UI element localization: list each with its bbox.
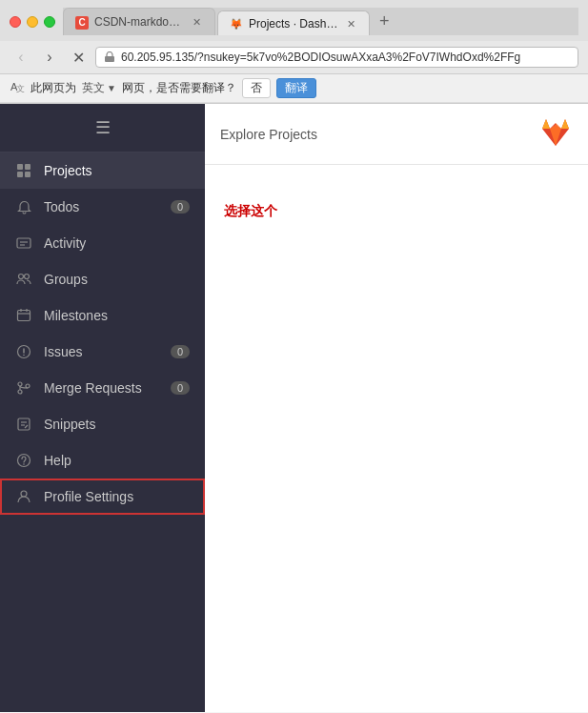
svg-point-19 (18, 382, 22, 386)
svg-point-10 (19, 275, 24, 279)
activity-icon (15, 234, 32, 252)
merge-requests-badge: 0 (171, 381, 190, 395)
language-selector[interactable]: 英文 ▼ (82, 80, 116, 96)
sidebar-item-groups[interactable]: Groups (0, 261, 205, 297)
svg-text:文: 文 (16, 84, 25, 93)
close-button[interactable] (10, 16, 21, 28)
sidebar-item-activity-label: Activity (44, 235, 190, 251)
translation-bar: A 文 此网页为 英文 ▼ 网页，是否需要翻译？ 否 翻译 (0, 74, 588, 103)
page-body: 选择这个 (205, 165, 588, 203)
sidebar-item-activity[interactable]: Activity (0, 225, 205, 261)
sidebar-item-projects[interactable]: Projects (0, 153, 205, 189)
gitlab-logo (538, 115, 573, 153)
tab-gitlab-close[interactable]: ✕ (344, 17, 357, 31)
user-icon (15, 488, 32, 505)
sidebar-item-merge-requests[interactable]: Merge Requests 0 (0, 370, 205, 406)
svg-marker-32 (561, 119, 569, 129)
top-bar: Explore Projects (205, 104, 588, 165)
lang-dropdown-arrow: ▼ (107, 83, 116, 93)
page-content: ☰ Projects (0, 104, 588, 712)
svg-rect-5 (17, 172, 23, 177)
sidebar-item-groups-label: Groups (44, 272, 190, 287)
svg-rect-0 (105, 56, 114, 62)
svg-point-11 (25, 275, 30, 279)
translate-prompt: 网页，是否需要翻译？ (122, 80, 236, 96)
sidebar-item-help[interactable]: Help (0, 442, 205, 479)
address-bar[interactable]: 60.205.95.135/?nsukey=5k7vo%2BODIOsuwAXx… (95, 47, 578, 68)
title-bar: C CSDN-markdown编辑器 ✕ 🦊 Projects · Dashbo… (0, 0, 588, 41)
milestones-icon (15, 307, 32, 324)
bell-icon (15, 198, 32, 215)
maximize-button[interactable] (44, 16, 55, 28)
security-icon (104, 51, 115, 63)
tab-gitlab-favicon: 🦊 (230, 17, 243, 31)
top-nav: Explore Projects (220, 127, 317, 142)
svg-rect-7 (17, 238, 30, 248)
issues-icon (15, 343, 32, 360)
security-label: 此网页为 (30, 80, 76, 96)
sidebar-item-profile-settings[interactable]: Profile Settings (0, 479, 205, 515)
sidebar-item-todos-label: Todos (44, 199, 159, 214)
hamburger-menu-icon[interactable]: ☰ (95, 117, 111, 138)
sidebar-item-milestones-label: Milestones (44, 308, 190, 323)
sidebar-item-todos[interactable]: Todos 0 (0, 189, 205, 225)
sidebar-header: ☰ (0, 104, 205, 153)
back-button[interactable]: ‹ (10, 46, 32, 69)
annotation-text: 选择这个 (224, 203, 277, 220)
address-text: 60.205.95.135/?nsukey=5k7vo%2BODIOsuwAXx… (121, 51, 570, 64)
snippets-icon (15, 416, 32, 433)
sidebar: ☰ Projects (0, 104, 205, 712)
traffic-lights (10, 16, 55, 28)
sidebar-item-issues-label: Issues (44, 344, 159, 359)
groups-icon (15, 271, 32, 288)
issues-badge: 0 (171, 345, 190, 358)
sidebar-item-snippets-label: Snippets (44, 417, 190, 432)
tab-gitlab[interactable]: 🦊 Projects · Dashboard · Giti... ✕ (217, 10, 370, 35)
tab-gitlab-label: Projects · Dashboard · Giti... (249, 17, 338, 31)
new-tab-button[interactable]: + (372, 8, 397, 35)
svg-rect-6 (25, 172, 30, 177)
main-content: Explore Projects 选择这个 (205, 104, 588, 712)
sidebar-item-merge-requests-label: Merge Requests (44, 380, 159, 396)
translate-icon: A 文 (10, 79, 25, 97)
tab-csdn-favicon: C (75, 16, 89, 30)
help-icon (15, 452, 32, 469)
svg-rect-23 (18, 418, 30, 430)
sidebar-menu: Projects Todos 0 (0, 153, 205, 712)
sidebar-item-projects-label: Projects (44, 163, 190, 178)
svg-rect-12 (18, 311, 30, 321)
no-translate-button[interactable]: 否 (242, 78, 271, 98)
merge-icon (15, 379, 32, 397)
reload-close-button[interactable]: ✕ (67, 46, 90, 69)
sidebar-item-profile-settings-label: Profile Settings (44, 489, 190, 504)
browser-chrome: C CSDN-markdown编辑器 ✕ 🦊 Projects · Dashbo… (0, 0, 588, 104)
sidebar-item-issues[interactable]: Issues 0 (0, 334, 205, 370)
svg-rect-3 (17, 164, 23, 170)
todos-badge: 0 (171, 200, 190, 214)
sidebar-item-milestones[interactable]: Milestones (0, 297, 205, 334)
tabs-bar: C CSDN-markdown编辑器 ✕ 🦊 Projects · Dashbo… (63, 8, 578, 35)
navigation-bar: ‹ › ✕ 60.205.95.135/?nsukey=5k7vo%2BODIO… (0, 41, 588, 74)
svg-point-18 (23, 355, 25, 356)
projects-icon (15, 162, 32, 179)
svg-rect-4 (25, 164, 30, 170)
tab-csdn-label: CSDN-markdown编辑器 (94, 14, 184, 31)
sidebar-item-help-label: Help (44, 453, 190, 468)
svg-marker-31 (542, 119, 550, 129)
yes-translate-button[interactable]: 翻译 (276, 78, 316, 98)
lang-text: 英文 (82, 80, 105, 96)
svg-point-20 (18, 390, 22, 394)
explore-projects-link[interactable]: Explore Projects (220, 127, 317, 142)
tab-csdn[interactable]: C CSDN-markdown编辑器 ✕ (63, 8, 215, 35)
minimize-button[interactable] (27, 16, 38, 28)
tab-csdn-close[interactable]: ✕ (190, 16, 203, 30)
forward-button[interactable]: › (38, 46, 61, 69)
svg-point-28 (21, 491, 27, 497)
sidebar-item-snippets[interactable]: Snippets (0, 406, 205, 442)
svg-point-27 (23, 463, 25, 465)
